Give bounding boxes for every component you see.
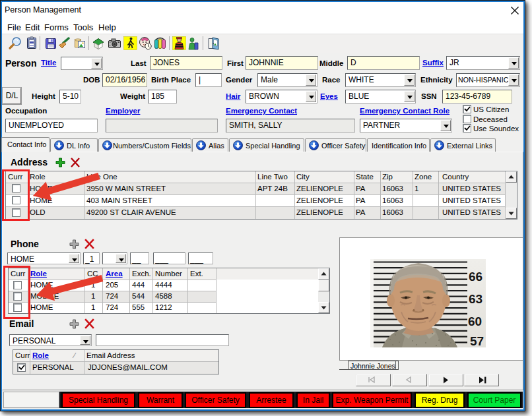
svg-text:63: 63 (469, 292, 482, 306)
svg-text:60: 60 (468, 314, 482, 328)
svg-text:66: 66 (469, 270, 482, 283)
svg-text:57: 57 (470, 334, 484, 347)
